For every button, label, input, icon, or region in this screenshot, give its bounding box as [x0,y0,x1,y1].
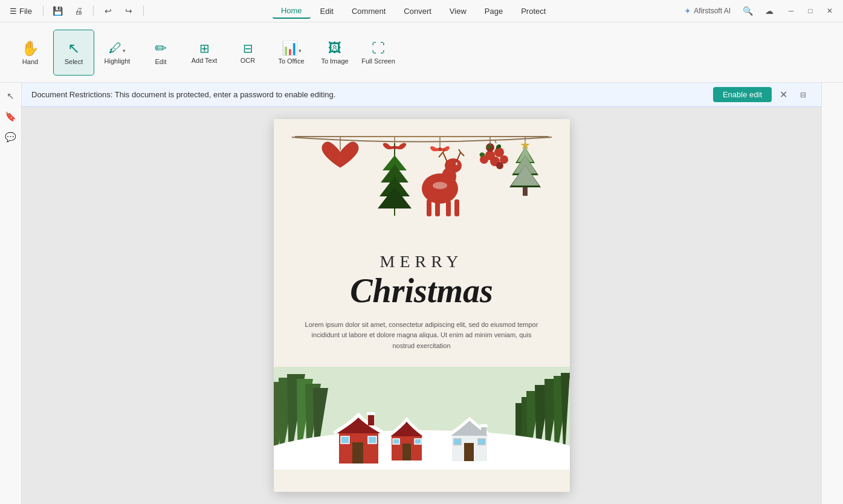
svg-rect-46 [368,436,376,444]
toolbar: ✋ Hand ↖ Select 🖊 ▾ Highlight ✏ Edit ⊞ A… [0,22,843,83]
tab-comment[interactable]: Comment [343,4,394,18]
search-button[interactable]: 🔍 [739,2,756,19]
enable-edit-button[interactable]: Enable edit [713,87,772,102]
svg-rect-48 [367,412,375,415]
card-bottom-scene [274,367,570,470]
print-icon: 🖨 [74,6,83,16]
save-button[interactable]: 💾 [50,2,66,19]
notification-expand-button[interactable]: ⊟ [795,86,812,103]
to-office-button[interactable]: 📊 ▾ To Office [271,30,312,76]
christmas-text: Christmas [292,273,552,310]
divider-3 [143,5,144,16]
title-bar-left: ☰ File 💾 🖨 ↩ ↪ [5,2,146,19]
highlight-label: Highlight [105,57,131,65]
svg-rect-58 [478,439,485,445]
print-button[interactable]: 🖨 [70,2,87,19]
close-button[interactable]: ✕ [821,2,838,19]
save-icon: 💾 [53,6,63,16]
sidebar-bookmark-icon[interactable]: 🔖 [2,108,19,125]
tab-edit[interactable]: Edit [312,4,342,18]
add-text-icon: ⊞ [199,42,210,54]
to-image-label: To Image [321,57,348,65]
snow-scene-svg [274,367,570,470]
svg-rect-12 [446,201,451,216]
svg-rect-53 [415,439,421,444]
svg-point-9 [445,158,462,173]
main-area: ↖ 🔖 💬 Document Restrictions: This docume… [0,83,843,504]
ornaments-svg [274,119,570,240]
edit-label: Edit [155,58,167,65]
ocr-label: OCR [241,57,255,64]
to-office-dropdown-arrow: ▾ [299,48,302,54]
svg-rect-52 [393,439,399,444]
to-office-icon: 📊 [282,42,298,55]
document-area: Document Restrictions: This document is … [22,83,821,504]
add-text-label: Add Text [192,57,218,64]
redo-icon: ↪ [125,6,132,16]
right-panel [821,83,843,504]
left-sidebar: ↖ 🔖 💬 [0,83,22,504]
svg-rect-51 [402,444,411,460]
full-screen-label: Full Screen [361,57,395,65]
card-decorations [274,119,570,240]
card-lorem-text: Lorem ipsum dolor sit amet, consectetur … [292,320,552,352]
notification-text: Document Restrictions: This document is … [31,90,335,99]
notification-actions: Enable edit ✕ ⊟ [713,86,812,103]
svg-point-16 [457,163,458,164]
sidebar-comment-icon[interactable]: 💬 [2,129,19,146]
tab-home[interactable]: Home [273,4,311,19]
notification-close-button[interactable]: ✕ [777,88,790,102]
maximize-button[interactable]: □ [802,2,819,19]
comment-icon: 💬 [5,132,16,143]
svg-point-4 [393,146,396,149]
window-controls: ─ □ ✕ [783,2,838,19]
highlight-tool-button[interactable]: 🖊 ▾ Highlight [97,30,138,76]
tab-view[interactable]: View [441,4,475,18]
svg-point-14 [433,182,447,189]
hand-icon: ✋ [21,41,39,56]
svg-rect-60 [480,424,488,427]
ai-label: Afirstsoft AI [694,7,731,15]
full-screen-icon: ⛶ [372,42,385,55]
highlight-icon: 🖊 [109,42,122,55]
divider-1 [43,5,44,16]
divider-2 [93,5,94,16]
search-icon: 🔍 [743,6,753,16]
notification-bar: Document Restrictions: This document is … [22,83,821,107]
ai-button[interactable]: ✦ Afirstsoft AI [680,5,734,17]
file-menu-button[interactable]: ☰ File [5,5,37,17]
redo-button[interactable]: ↪ [120,2,137,19]
full-screen-button[interactable]: ⛶ Full Screen [358,30,399,76]
svg-point-6 [438,147,442,151]
tab-convert[interactable]: Convert [395,4,440,18]
highlight-dropdown-arrow: ▾ [123,48,126,54]
tab-protect[interactable]: Protect [512,4,554,18]
to-image-button[interactable]: 🖼 To Image [314,30,355,76]
expand-icon: ⊟ [800,91,806,99]
ai-star-icon: ✦ [684,6,691,16]
edit-tool-button[interactable]: ✏ Edit [140,30,181,76]
select-icon: ↖ [68,41,80,56]
svg-rect-57 [454,439,461,445]
edit-icon: ✏ [155,41,167,56]
select-tool-button[interactable]: ↖ Select [53,30,94,76]
upload-button[interactable]: ☁ [761,2,778,19]
svg-rect-13 [454,199,459,216]
hand-tool-button[interactable]: ✋ Hand [10,30,51,76]
sidebar-select-icon[interactable]: ↖ [2,88,19,105]
hand-label: Hand [22,58,38,65]
upload-icon: ☁ [765,6,774,16]
tab-page[interactable]: Page [476,4,511,18]
hamburger-icon: ☰ [10,7,17,16]
rope-decoration [295,136,549,137]
svg-point-24 [496,162,503,169]
merry-text: MERRY [292,252,552,271]
undo-icon: ↩ [105,6,112,16]
ocr-button[interactable]: ⊟ OCR [227,30,268,76]
nav-tabs: Home Edit Comment Convert View Page Prot… [151,4,676,19]
svg-rect-56 [464,443,474,461]
document-scroll-area[interactable]: MERRY Christmas Lorem ipsum dolor sit am… [22,107,821,504]
add-text-button[interactable]: ⊞ Add Text [184,30,225,76]
minimize-button[interactable]: ─ [783,2,799,19]
undo-button[interactable]: ↩ [100,2,117,19]
